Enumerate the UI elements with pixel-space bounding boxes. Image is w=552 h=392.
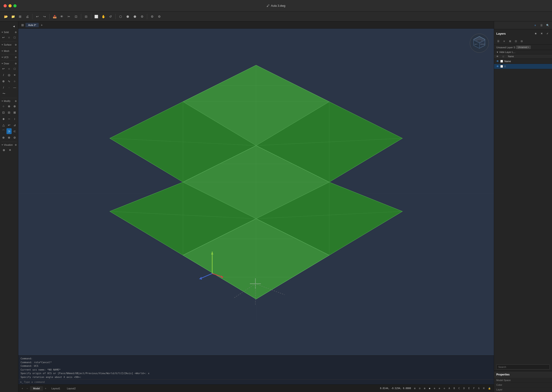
- viewport[interactable]: ⊞ Aula 3* +: [18, 21, 494, 385]
- draw-tool-spline[interactable]: ∿: [7, 78, 12, 84]
- solid-settings-icon[interactable]: ⚙: [15, 31, 17, 34]
- viewport-tab-grid-icon[interactable]: ⊞: [20, 23, 25, 28]
- draw-tool-dot[interactable]: ·: [7, 84, 12, 90]
- draw-tool-ellipse[interactable]: ○: [12, 78, 17, 84]
- tab-model[interactable]: Model: [30, 386, 43, 391]
- select-button[interactable]: ⬡: [117, 14, 124, 20]
- anno-toggle[interactable]: G: [477, 387, 481, 390]
- add-layout-button[interactable]: +: [43, 386, 48, 391]
- group-button[interactable]: ⬣: [132, 14, 138, 20]
- modify-tool-14[interactable]: ⊘: [12, 134, 17, 140]
- copy-button[interactable]: ⊡: [73, 14, 79, 20]
- search-input[interactable]: [496, 364, 550, 369]
- layer-tool-3[interactable]: ⊞: [508, 39, 512, 44]
- open-folder-button[interactable]: 📂: [3, 14, 9, 20]
- layer-tool-2[interactable]: ≡: [502, 39, 507, 44]
- modify-tool-3[interactable]: ⊗: [12, 103, 17, 109]
- grid-toggle[interactable]: ⊞: [413, 387, 417, 390]
- modify-tool-7[interactable]: ◈: [1, 116, 6, 122]
- tab-settings-icon[interactable]: −: [25, 386, 29, 391]
- modify-tool-10[interactable]: ⌒: [1, 128, 6, 134]
- modify-tool-9[interactable]: ⊿: [12, 122, 17, 128]
- tab-layout2[interactable]: Layout2: [64, 386, 79, 391]
- draw-tool-diagonal[interactable]: /: [1, 84, 6, 90]
- solid-tool-1[interactable]: ↩: [1, 35, 6, 40]
- layout-button[interactable]: ⊞: [17, 14, 23, 20]
- snap-toggle[interactable]: ⊟: [418, 387, 422, 390]
- panel-search-tab[interactable]: 🔍: [545, 23, 550, 28]
- unsaved-tag[interactable]: Unnamed ×: [516, 46, 531, 49]
- viewport-canvas[interactable]: TOP FRONT LEFT: [18, 29, 494, 357]
- maximize-button[interactable]: [14, 4, 17, 7]
- tab-layout1[interactable]: Layout1: [48, 386, 63, 391]
- draw-tool-dash[interactable]: —: [12, 84, 17, 90]
- layer-vis-icon-0[interactable]: 👁: [496, 60, 499, 63]
- modify-tool-11[interactable]: ⊂: [12, 128, 17, 134]
- panel-layers-tab[interactable]: ≡: [533, 23, 538, 28]
- draw-tool-hatch[interactable]: ≡: [12, 72, 17, 78]
- cut-button[interactable]: ✂: [66, 14, 72, 20]
- solid-section-header[interactable]: ▼ Solid ⚙: [0, 30, 18, 34]
- layer-color-1[interactable]: [500, 65, 503, 68]
- draw-tool-point[interactable]: ⊕: [1, 78, 6, 84]
- visualize-section-header[interactable]: ▼ Visualize ⚙: [0, 143, 18, 147]
- solid-tool-3[interactable]: □: [12, 35, 17, 40]
- publish-button[interactable]: 📤: [51, 14, 58, 20]
- layer-row-0[interactable]: 👁 0: [494, 64, 552, 69]
- pan-button[interactable]: ✋: [100, 14, 107, 20]
- layer-vis-icon-1[interactable]: 👁: [496, 65, 499, 68]
- panel-properties-tab[interactable]: ☰: [539, 23, 544, 28]
- layer-current-button[interactable]: ✓: [545, 31, 550, 36]
- layer-name-header[interactable]: Name: [508, 55, 514, 58]
- draw-tool-donut[interactable]: ◎: [7, 72, 12, 78]
- viewport-new-tab-button[interactable]: +: [39, 23, 44, 28]
- ucs-section-header[interactable]: ▼ UCS ⚙: [0, 56, 18, 59]
- modify-tool-2[interactable]: ⊕: [7, 103, 12, 109]
- layer-new-button[interactable]: ★: [533, 31, 538, 36]
- draw-tool-arc[interactable]: ↩: [1, 66, 6, 71]
- surface-settings-icon[interactable]: ⚙: [15, 44, 17, 46]
- mesh-settings-icon[interactable]: ⚙: [15, 50, 17, 52]
- modify-section-header[interactable]: ▼ Modify ⚙: [0, 99, 18, 103]
- ortho-toggle[interactable]: ⊠: [423, 387, 427, 390]
- polar-toggle[interactable]: ●: [428, 387, 432, 390]
- modify-tool-4[interactable]: ⊡: [1, 110, 6, 115]
- modify-tool-active[interactable]: ⊃: [7, 128, 12, 134]
- view-button[interactable]: ⬜: [93, 14, 99, 20]
- modify-tool-scale[interactable]: ↕: [12, 116, 17, 122]
- settings2-button[interactable]: ⚙: [149, 14, 155, 20]
- draw-tool-rect[interactable]: □: [12, 66, 17, 71]
- lock-ui[interactable]: 🔒: [487, 387, 492, 390]
- lw-toggle[interactable]: C: [457, 387, 461, 390]
- ucs-settings-icon[interactable]: ⚙: [15, 56, 17, 59]
- otrack-toggle[interactable]: ⊘: [442, 387, 446, 390]
- draw-section-header[interactable]: ▼ Draw ⚙: [0, 62, 18, 65]
- print-button[interactable]: 🖨: [24, 14, 30, 20]
- modify-tool-8[interactable]: △: [1, 122, 6, 128]
- layer-tool-5[interactable]: ⊟: [519, 39, 524, 44]
- surface-section-header[interactable]: ▼ Surface ⚙: [0, 43, 18, 47]
- visualize-settings-icon[interactable]: ⚙: [15, 144, 17, 146]
- modify-tool-13[interactable]: ⊗: [7, 134, 12, 140]
- modify-settings-icon[interactable]: ⚙: [15, 100, 17, 102]
- layer-row-name[interactable]: 👁 Name: [494, 59, 552, 64]
- visualize-tool-1[interactable]: ⊕: [1, 147, 7, 153]
- visualize-tool-2[interactable]: ☀: [7, 147, 13, 153]
- viewport-tab-aula3[interactable]: Aula 3*: [26, 23, 39, 27]
- command-input[interactable]: [24, 381, 492, 384]
- ducs-toggle[interactable]: A: [447, 387, 451, 390]
- preview-button[interactable]: 👁: [59, 14, 65, 20]
- draw-tool-circle[interactable]: ○: [7, 66, 12, 71]
- solid-tool-2[interactable]: ○: [7, 35, 12, 40]
- modify-tool-5[interactable]: ⊟: [7, 110, 12, 115]
- modify-tool-6[interactable]: ⊠: [12, 110, 17, 115]
- 3dosnap-toggle[interactable]: ⊗: [437, 387, 442, 390]
- minimize-button[interactable]: [8, 4, 12, 7]
- draw-tool-wave[interactable]: 〜: [1, 91, 7, 97]
- modify-tool-1[interactable]: ○: [1, 103, 6, 109]
- dyn-toggle[interactable]: B: [452, 387, 456, 390]
- layer-tool-1[interactable]: ☰: [496, 39, 501, 44]
- layer-tool-4[interactable]: ⊡: [513, 39, 518, 44]
- sel-toggle[interactable]: F: [472, 387, 476, 390]
- osnap-toggle[interactable]: ⊕: [433, 387, 437, 390]
